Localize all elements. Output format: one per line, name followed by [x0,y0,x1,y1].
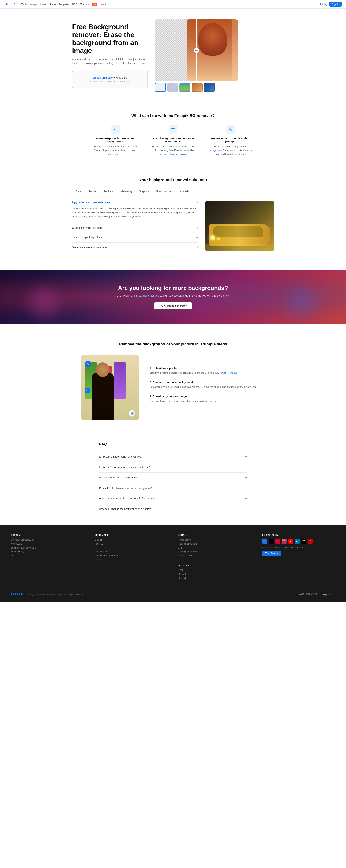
cta-ai-link[interactable]: AI image generator [133,294,154,297]
features-grid: Make images with transparent backgrounds… [92,125,254,156]
thumbnail-ocean[interactable] [204,83,215,92]
thumbnail-transparent[interactable] [155,83,166,92]
library-link[interactable]: library of stunning photos. [160,153,186,155]
footer-link-l0[interactable]: Terms of use [178,538,251,541]
footer-link-c2[interactable]: Edu-most popular content [11,547,84,549]
ai-gen-link[interactable]: AI image generator [218,371,238,374]
nav-tools[interactable]: Tools [22,3,27,6]
nav-mockups[interactable]: Mockups [80,3,90,6]
tab-cars[interactable]: Cars [72,188,85,195]
pinterest-icon[interactable]: P [275,538,280,544]
faq-item-1[interactable]: Is Freepik's Background remover safe to … [99,462,247,472]
newsletter-button[interactable]: More, SignUp [262,551,281,556]
feature-title-2: Generate backgrounds with AI prompts [207,137,254,143]
upload-area[interactable]: Upload an image or drop a file JPG, PNG … [72,71,148,88]
panel-purple [113,363,126,399]
footer-legal-heading: LEGAL [178,534,251,536]
language-select[interactable]: English [320,592,335,597]
feature-transparent: Make images with transparent backgrounds… [92,125,139,156]
faq-item-4[interactable]: How can I remove white backgrounds from … [99,494,247,504]
nav-wf[interactable]: WF [92,3,98,6]
download-icon: ⬇️ [131,412,134,415]
accordion-item-1[interactable]: Time-saving editing solution + [72,232,198,242]
facebook-icon[interactable]: f [262,538,267,544]
person-body [92,373,113,420]
thumbnail-landscape[interactable] [179,83,190,92]
pricing-button[interactable]: Pricing [320,3,327,6]
footer-link-s1[interactable]: Discord [178,573,251,576]
nav-videos[interactable]: Videos [49,3,56,6]
footer-link-c3[interactable]: Search library [11,551,84,553]
ai-bg-link[interactable]: AI-generated backgrounds [209,145,247,152]
podcast-icon[interactable]: 🎙 [308,538,313,544]
edit-icon-badge: ✏️ [85,361,91,367]
linkedin-icon[interactable]: in [295,538,300,544]
faq-item-5[interactable]: How can I change the background of a pho… [99,504,247,515]
youtube-icon[interactable]: ▶ [288,538,293,544]
step-1-desc: Start by uploading a photo. You can also… [149,371,265,375]
tab-animals[interactable]: Animals [176,188,193,195]
faq-item-0[interactable]: Is Freepik's Background remover free? + [99,452,247,462]
cta-subtitle-text: Use Freepik's [116,294,132,297]
faq-item-2[interactable]: What is a transparent background? + [99,472,247,483]
nav-icons[interactable]: Icons [40,3,46,6]
cta-title: Are you looking for more backgrounds? [7,285,339,291]
upload-or: or drop a file [113,76,128,79]
footer-link-s0[interactable]: FAQ [178,569,251,571]
faq-item-3[interactable]: Can a JPG file have a transparent backgr… [99,483,247,494]
nav-psd[interactable]: PSD [72,3,77,6]
twitter-icon[interactable]: ✕ [269,538,274,544]
cta-button[interactable]: Try AI image generator [154,302,192,309]
tiktok-icon[interactable]: TT [301,538,306,544]
freepik-terms-link[interactable]: Freepik Terms of use [297,593,317,595]
edit-icon: ✏️ [86,363,90,365]
signin-button[interactable]: Sign In [330,2,342,7]
nav-more[interactable]: More [100,3,106,6]
faq-icon-0: + [245,455,247,459]
thumbnail-warm[interactable] [192,83,203,92]
freepik-logo[interactable]: freepik [4,2,18,6]
footer-link-l3[interactable]: Copyright Information [178,551,251,553]
thumbnail-floral[interactable] [167,83,178,92]
footer-link-l1[interactable]: License agreement [178,542,251,545]
footer-link-i4[interactable]: Freepik music generator [95,555,168,557]
footer-link-c1[interactable]: New assets [11,542,84,545]
faq-question-0: Is Freepik's Background remover free? [99,455,143,458]
footer: CONTENT Collection of freebieskas New as… [0,525,346,601]
faq-icon-5: + [245,507,247,511]
faq-question-5: How can I change the background of a pho… [99,507,151,510]
accordion-item-2[interactable]: Simplify inventory management + [72,242,198,252]
footer-link-c4[interactable]: Blog [11,555,84,557]
tab-graphics[interactable]: Graphics [135,188,152,195]
accordion-item-0[interactable]: Consistent brand aesthetics + [72,223,198,232]
tab-products[interactable]: Products [100,188,117,195]
footer-bottom: FREEPIK Copyright © 2010-2024 Freepik Co… [11,588,335,597]
footer-info-heading: INFORMATION [95,534,168,536]
tabs-row: Cars People Products Marketing Graphics … [72,188,274,195]
footer-link-i0[interactable]: Sitemap [95,538,168,541]
footer-link-l4[interactable]: Cookies policy [178,555,251,557]
thumbnail-row [155,83,274,92]
step-3-desc: Once you have a new background, download… [149,399,265,403]
tab-marketing[interactable]: Marketing [117,188,135,195]
nav-templates[interactable]: Templates [59,3,69,6]
tab-photographers[interactable]: Photographers [152,188,176,195]
footer-link-l2[interactable]: API [178,547,251,549]
divider-handle[interactable]: ⟺ [194,48,199,53]
footer-link-c0[interactable]: Collection of freebieskas [11,538,84,541]
footer-link-s2[interactable]: Contact [178,577,251,579]
footer-link-i5[interactable]: Forums [95,558,168,561]
steps-content: ✏️ ⬇️ ⊕ 1. Upload your photo Start by up… [81,355,265,420]
nav-images[interactable]: Images [30,3,37,6]
upload-link[interactable]: Upload an image [93,76,113,79]
footer-link-i2[interactable]: API [95,547,168,549]
instagram-icon[interactable]: 📷 [282,538,287,544]
solution-heading-text: Upgraded car presentations [72,201,110,204]
cursor-icon-badge: ⊕ [85,388,90,393]
steps-list: 1. Upload your photo Start by uploading … [149,367,265,409]
footer-link-i3[interactable]: Beta content [95,551,168,553]
footer-link-i1[interactable]: About us [95,542,168,545]
svg-point-1 [114,129,115,129]
collapse-icon[interactable]: − [197,201,198,204]
tab-people[interactable]: People [85,188,100,195]
